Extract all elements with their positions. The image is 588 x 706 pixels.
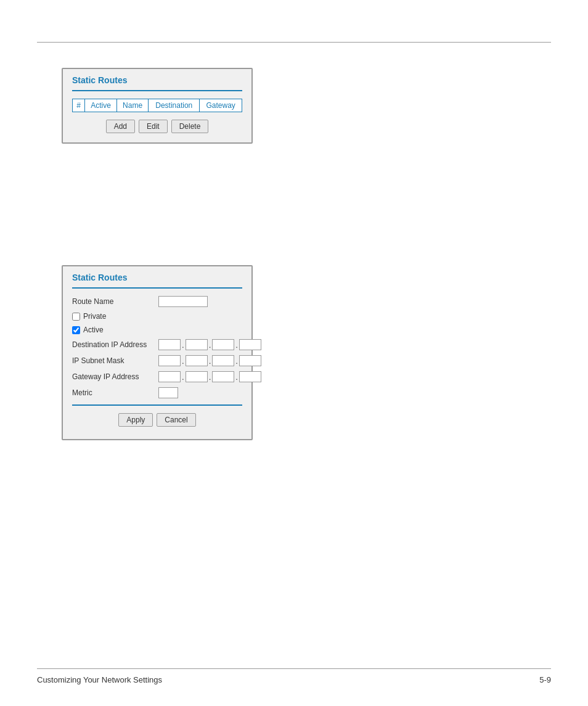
metric-row: Metric (72, 387, 242, 398)
panel2-button-row: Apply Cancel (72, 413, 242, 427)
subnet-dot1: . (182, 356, 184, 366)
gateway-octet2[interactable] (186, 371, 208, 382)
static-routes-panel-2: Static Routes Route Name Private Active … (62, 265, 253, 440)
bottom-divider (37, 668, 551, 669)
private-checkbox[interactable] (72, 313, 80, 321)
cancel-button[interactable]: Cancel (157, 413, 195, 427)
subnet-mask-label: IP Subnet Mask (72, 356, 158, 365)
active-checkbox-row: Active (72, 326, 242, 334)
panel1-divider (72, 90, 242, 91)
subnet-octet3[interactable] (212, 355, 234, 366)
active-checkbox[interactable] (72, 326, 80, 334)
gateway-ip-label: Gateway IP Address (72, 372, 158, 381)
gateway-octet3[interactable] (212, 371, 234, 382)
subnet-octet4[interactable] (239, 355, 261, 366)
subnet-dot2: . (209, 356, 211, 366)
destination-ip-row: Destination IP Address . . . (72, 339, 242, 350)
dest-ip-octet2[interactable] (186, 339, 208, 350)
panel1-title: Static Routes (72, 75, 242, 85)
metric-label: Metric (72, 388, 158, 397)
private-checkbox-row: Private (72, 312, 242, 321)
form-bottom-divider (72, 404, 242, 406)
col-destination: Destination (149, 99, 200, 112)
static-routes-panel-1: Static Routes # Active Name Destination … (62, 68, 253, 144)
gateway-octet4[interactable] (239, 371, 261, 382)
gateway-dot3: . (235, 372, 238, 382)
add-button[interactable]: Add (106, 120, 135, 133)
subnet-octet2[interactable] (186, 355, 208, 366)
subnet-mask-row: IP Subnet Mask . . . (72, 355, 242, 366)
dest-ip-octet4[interactable] (239, 339, 261, 350)
active-label: Active (83, 326, 104, 334)
route-name-input[interactable] (158, 296, 208, 307)
dest-ip-octet1[interactable] (158, 339, 181, 350)
delete-button[interactable]: Delete (171, 120, 209, 133)
edit-button[interactable]: Edit (139, 120, 168, 133)
panel1-button-row: Add Edit Delete (72, 120, 242, 133)
destination-ip-label: Destination IP Address (72, 340, 158, 349)
col-active: Active (85, 99, 117, 112)
subnet-octet1[interactable] (158, 355, 181, 366)
gateway-dot2: . (209, 372, 211, 382)
col-hash: # (73, 99, 85, 112)
subnet-dot3: . (235, 356, 238, 366)
gateway-dot1: . (182, 372, 184, 382)
destination-ip-group: . . . (158, 339, 261, 350)
col-name: Name (116, 99, 148, 112)
gateway-ip-row: Gateway IP Address . . . (72, 371, 242, 382)
dest-dot2: . (209, 340, 211, 350)
panel2-title: Static Routes (72, 273, 242, 282)
dest-dot3: . (235, 340, 238, 350)
subnet-mask-group: . . . (158, 355, 261, 366)
metric-input[interactable] (158, 387, 178, 398)
private-label: Private (83, 312, 106, 321)
dest-dot1: . (182, 340, 184, 350)
footer-left-text: Customizing Your Network Settings (37, 675, 162, 684)
dest-ip-octet3[interactable] (212, 339, 234, 350)
gateway-octet1[interactable] (158, 371, 181, 382)
gateway-ip-group: . . . (158, 371, 261, 382)
top-divider (37, 42, 551, 43)
route-name-row: Route Name (72, 296, 242, 307)
col-gateway: Gateway (200, 99, 242, 112)
route-name-label: Route Name (72, 297, 158, 306)
apply-button[interactable]: Apply (118, 413, 153, 427)
routes-table: # Active Name Destination Gateway (72, 99, 242, 112)
panel2-divider (72, 287, 242, 289)
footer-right-text: 5-9 (539, 675, 551, 684)
